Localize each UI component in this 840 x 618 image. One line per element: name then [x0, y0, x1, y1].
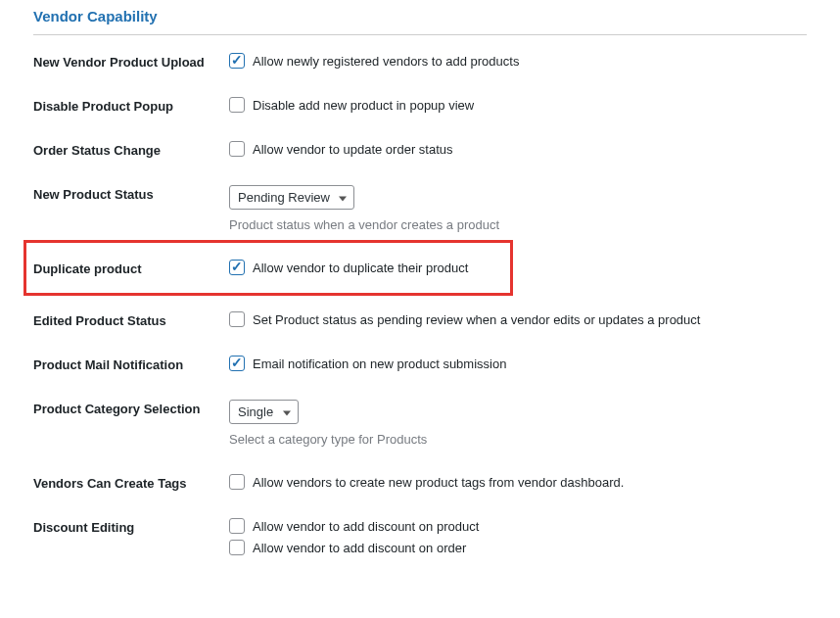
section-heading: Vendor Capability	[33, 8, 807, 35]
label-order-status: Order Status Change	[33, 141, 229, 158]
row-new-vendor-upload: New Vendor Product Upload Allow newly re…	[33, 53, 807, 70]
label-mail-notification: Product Mail Notification	[33, 356, 229, 372]
label-edited-status: Edited Product Status	[33, 311, 229, 328]
text-discount-order: Allow vendor to add discount on order	[253, 541, 466, 555]
text-create-tags: Allow vendors to create new product tags…	[253, 475, 624, 490]
select-category-selection[interactable]: Single	[229, 400, 299, 424]
row-duplicate-product: Duplicate product Allow vendor to duplic…	[33, 260, 807, 276]
label-create-tags: Vendors Can Create Tags	[33, 474, 229, 491]
text-duplicate-product: Allow vendor to duplicate their product	[253, 261, 468, 275]
label-category-selection: Product Category Selection	[33, 400, 229, 416]
text-disable-popup: Disable add new product in popup view	[253, 98, 474, 113]
checkbox-new-vendor-upload[interactable]	[229, 53, 245, 69]
checkbox-disable-popup[interactable]	[229, 97, 245, 113]
desc-new-product-status: Product status when a vendor creates a p…	[229, 217, 807, 232]
text-discount-product: Allow vendor to add discount on product	[253, 519, 479, 534]
row-order-status: Order Status Change Allow vendor to upda…	[33, 141, 807, 158]
text-order-status: Allow vendor to update order status	[253, 142, 453, 157]
row-category-selection: Product Category Selection Single Select…	[33, 400, 807, 447]
select-new-product-status[interactable]: Pending Review	[229, 185, 354, 210]
label-new-vendor-upload: New Vendor Product Upload	[33, 53, 229, 70]
label-disable-popup: Disable Product Popup	[33, 97, 229, 114]
label-discount-editing: Discount Editing	[33, 518, 229, 535]
label-duplicate-product: Duplicate product	[33, 260, 229, 276]
checkbox-create-tags[interactable]	[229, 474, 245, 490]
checkbox-discount-product[interactable]	[229, 518, 245, 534]
row-disable-popup: Disable Product Popup Disable add new pr…	[33, 97, 807, 114]
label-new-product-status: New Product Status	[33, 185, 229, 202]
checkbox-discount-order[interactable]	[229, 540, 245, 555]
row-discount-editing: Discount Editing Allow vendor to add dis…	[33, 518, 807, 555]
row-create-tags: Vendors Can Create Tags Allow vendors to…	[33, 474, 807, 491]
row-mail-notification: Product Mail Notification Email notifica…	[33, 356, 807, 372]
checkbox-edited-status[interactable]	[229, 311, 245, 327]
row-new-product-status: New Product Status Pending Review Produc…	[33, 185, 807, 232]
row-edited-status: Edited Product Status Set Product status…	[33, 311, 807, 328]
checkbox-order-status[interactable]	[229, 141, 245, 157]
text-mail-notification: Email notification on new product submis…	[253, 357, 506, 371]
checkbox-duplicate-product[interactable]	[229, 260, 245, 275]
checkbox-mail-notification[interactable]	[229, 356, 245, 371]
text-edited-status: Set Product status as pending review whe…	[253, 312, 700, 327]
desc-category-selection: Select a category type for Products	[229, 432, 807, 447]
text-new-vendor-upload: Allow newly registered vendors to add pr…	[253, 54, 519, 69]
